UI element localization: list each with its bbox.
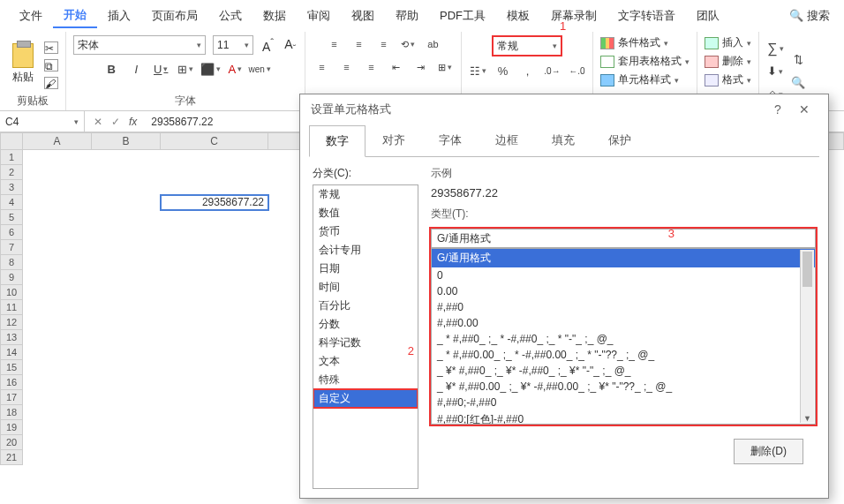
align-center-icon[interactable]: ≡ — [337, 58, 355, 76]
category-item[interactable]: 数值 — [313, 204, 418, 222]
conditional-format-button[interactable]: 条件格式▾ — [600, 35, 668, 50]
type-item[interactable]: _ * #,##0_ ;_ * -#,##0_ ;_ * "-"_ ;_ @_ — [432, 331, 815, 347]
category-item-custom[interactable]: 自定义 — [313, 389, 418, 408]
category-item[interactable]: 文本 — [313, 352, 418, 371]
category-item[interactable]: 常规 — [313, 185, 418, 204]
row-header[interactable]: 4 — [0, 195, 23, 210]
type-item[interactable]: #,##0.00 — [432, 315, 815, 331]
align-right-icon[interactable]: ≡ — [362, 58, 380, 76]
fx-icon[interactable]: fx — [129, 116, 137, 128]
row-header[interactable]: 15 — [0, 360, 23, 375]
row-header[interactable]: 16 — [0, 375, 23, 390]
scroll-down-icon[interactable]: ▼ — [801, 414, 814, 423]
tab-fill[interactable]: 填充 — [535, 124, 592, 156]
fill-button[interactable]: ⬇ — [766, 63, 784, 80]
increase-decimal-icon[interactable]: .0→ — [543, 62, 561, 79]
font-size-select[interactable]: 11 ▾ — [213, 35, 253, 55]
font-name-select[interactable]: 宋体 ▾ — [73, 35, 206, 55]
accept-icon[interactable]: ✓ — [111, 116, 120, 128]
type-item[interactable]: #,##0 — [432, 299, 815, 315]
menu-templates[interactable]: 模板 — [496, 4, 540, 27]
scroll-thumb[interactable] — [803, 252, 812, 287]
decrease-font-icon[interactable]: Aˇ — [283, 37, 298, 54]
menu-screen-record[interactable]: 屏幕录制 — [540, 4, 607, 27]
menu-pdf-tools[interactable]: PDF工具 — [429, 4, 496, 27]
type-item[interactable]: 0.00 — [432, 283, 815, 299]
category-item[interactable]: 科学记数 — [313, 334, 418, 352]
row-header[interactable]: 12 — [0, 315, 23, 330]
merge-cells-icon[interactable]: ⊞ — [436, 58, 454, 76]
delete-button[interactable]: 删除▾ — [705, 54, 751, 69]
row-header[interactable]: 3 — [0, 180, 23, 195]
row-header[interactable]: 10 — [0, 285, 23, 300]
indent-inc-icon[interactable]: ⇥ — [411, 58, 429, 76]
row-header[interactable]: 20 — [0, 435, 23, 450]
type-list[interactable]: G/通用格式 0 0.00 #,##0 #,##0.00 _ * #,##0_ … — [431, 248, 816, 425]
type-item[interactable]: 0 — [432, 267, 815, 283]
row-header[interactable]: 1 — [0, 150, 23, 165]
row-header[interactable]: 7 — [0, 240, 23, 255]
select-all-corner[interactable] — [0, 132, 23, 150]
menu-page-layout[interactable]: 页面布局 — [141, 4, 208, 27]
dialog-titlebar[interactable]: 设置单元格格式 ? ✕ — [300, 94, 828, 124]
italic-button[interactable]: I — [127, 60, 145, 78]
copy-icon[interactable]: ⧉ — [44, 59, 58, 71]
menu-team[interactable]: 团队 — [686, 4, 730, 27]
row-header[interactable]: 9 — [0, 270, 23, 285]
category-item[interactable]: 百分比 — [313, 297, 418, 315]
wrap-text-icon[interactable]: ab — [424, 35, 441, 53]
sort-filter-icon[interactable]: ⇅ — [789, 51, 807, 69]
row-header[interactable]: 18 — [0, 405, 23, 420]
close-button[interactable]: ✕ — [791, 102, 818, 117]
category-item[interactable]: 会计专用 — [313, 241, 418, 260]
find-select-icon[interactable]: 🔍 — [789, 74, 807, 92]
row-header[interactable]: 19 — [0, 420, 23, 435]
row-header[interactable]: 5 — [0, 210, 23, 225]
menu-file[interactable]: 文件 — [9, 4, 53, 27]
font-color-button[interactable]: A — [226, 60, 244, 78]
percent-icon[interactable]: % — [494, 62, 511, 79]
table-format-button[interactable]: 套用表格格式▾ — [600, 54, 690, 69]
menu-formula[interactable]: 公式 — [208, 4, 252, 27]
category-item[interactable]: 货币 — [313, 222, 418, 241]
decrease-decimal-icon[interactable]: ←.0 — [568, 62, 585, 79]
menu-data[interactable]: 数据 — [252, 4, 297, 27]
align-top-icon[interactable]: ≡ — [325, 35, 343, 53]
autosum-button[interactable]: ∑ — [766, 40, 784, 57]
category-item[interactable]: 日期 — [313, 260, 418, 278]
insert-button[interactable]: 插入▾ — [705, 35, 751, 50]
delete-format-button[interactable]: 删除(D) — [734, 439, 803, 464]
phonetic-button[interactable]: wen — [251, 60, 268, 78]
menu-tts[interactable]: 文字转语音 — [607, 4, 686, 27]
row-header[interactable]: 21 — [0, 450, 23, 465]
align-left-icon[interactable]: ≡ — [313, 58, 330, 76]
type-item[interactable]: #,##0;[红色]-#,##0 — [432, 410, 815, 425]
category-item[interactable]: 特殊 — [313, 371, 418, 389]
search-menu[interactable]: 🔍 搜索 — [784, 4, 835, 27]
type-item[interactable]: _ ¥* #,##0.00_ ;_ ¥* -#,##0.00_ ;_ ¥* "-… — [432, 379, 815, 395]
type-list-scrollbar[interactable]: ▲ ▼ — [800, 250, 814, 423]
row-header[interactable]: 17 — [0, 390, 23, 405]
row-header[interactable]: 6 — [0, 225, 23, 240]
menu-home[interactable]: 开始 — [53, 4, 97, 28]
type-item[interactable]: #,##0;-#,##0 — [432, 395, 815, 410]
menu-insert[interactable]: 插入 — [97, 4, 141, 27]
number-format-select[interactable]: 常规 ▾ — [492, 35, 562, 56]
category-item[interactable]: 时间 — [313, 278, 418, 297]
underline-button[interactable]: U — [152, 60, 170, 78]
align-middle-icon[interactable]: ≡ — [350, 35, 367, 53]
col-header-B[interactable]: B — [92, 132, 161, 150]
type-item[interactable]: G/通用格式 — [432, 249, 815, 267]
type-input[interactable]: G/通用格式 — [431, 229, 816, 248]
cut-icon[interactable]: ✂ — [44, 41, 58, 54]
orientation-icon[interactable]: ⟲ — [399, 35, 417, 53]
indent-dec-icon[interactable]: ⇤ — [387, 58, 404, 76]
category-item[interactable]: 分数 — [313, 315, 418, 334]
type-item[interactable]: _ ¥* #,##0_ ;_ ¥* -#,##0_ ;_ ¥* "-"_ ;_ … — [432, 363, 815, 379]
col-header-C[interactable]: C — [161, 132, 268, 150]
menu-help[interactable]: 帮助 — [385, 4, 429, 27]
menu-view[interactable]: 视图 — [341, 4, 385, 27]
row-header[interactable]: 11 — [0, 300, 23, 315]
format-painter-icon[interactable]: 🖌 — [44, 77, 58, 89]
tab-alignment[interactable]: 对齐 — [365, 124, 422, 156]
